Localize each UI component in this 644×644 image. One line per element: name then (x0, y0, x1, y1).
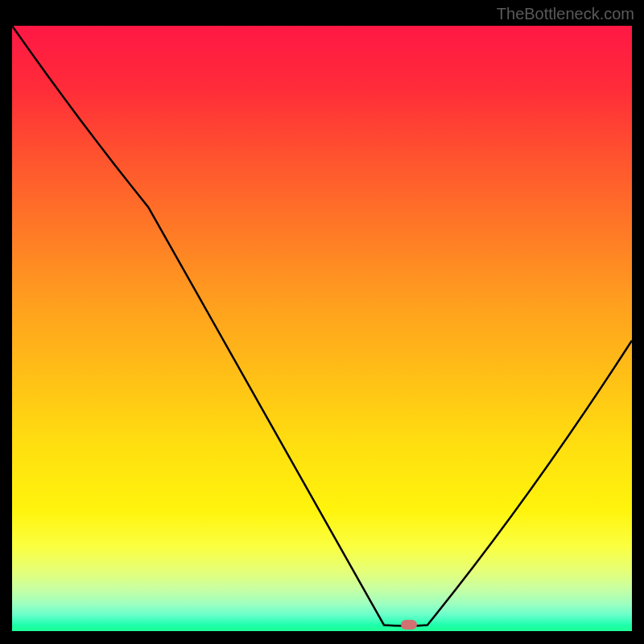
watermark-text: TheBottleneck.com (497, 5, 634, 23)
plot-gradient-area (12, 26, 632, 631)
optimal-point-marker (401, 620, 417, 630)
chart-container: TheBottleneck.com (0, 0, 644, 644)
bottleneck-curve (12, 26, 632, 631)
